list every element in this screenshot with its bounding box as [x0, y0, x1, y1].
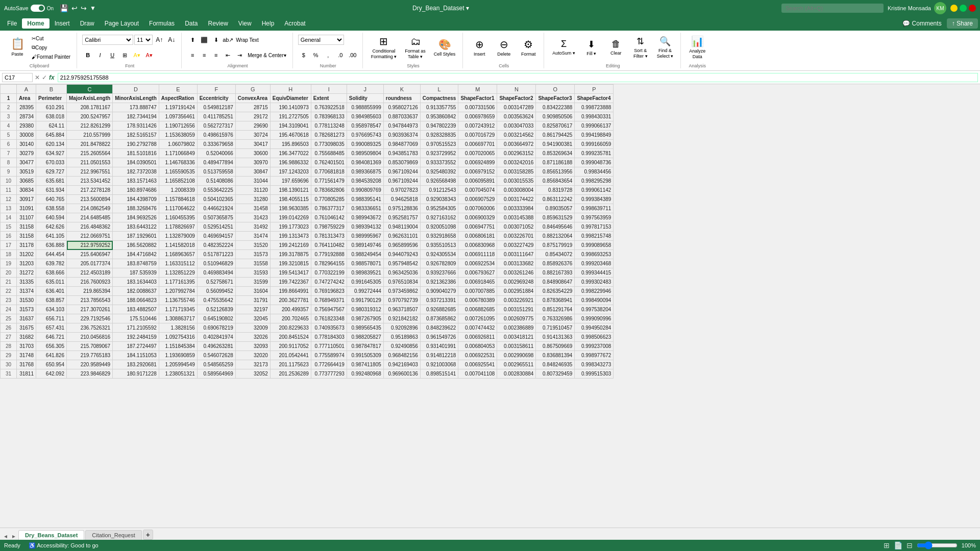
cell-F1[interactable]: Eccentricity	[197, 94, 235, 103]
sheet-tab-citation[interactable]: Citation_Request	[85, 530, 141, 540]
cell-F28[interactable]: 0.496263281	[197, 342, 235, 351]
cell-B30[interactable]: 650.954	[36, 360, 67, 369]
cell-B7[interactable]: 634.927	[36, 149, 67, 158]
cell-M13[interactable]: 0.007060006	[458, 204, 497, 213]
cell-J6[interactable]: 0.990089325	[347, 140, 383, 149]
cell-O1[interactable]: ShapeFactor3	[536, 94, 575, 103]
cell-L25[interactable]: 0.873685862	[420, 314, 458, 323]
cell-A18[interactable]: 31202	[17, 250, 36, 259]
cell-A22[interactable]: 31374	[17, 287, 36, 296]
cell-O24[interactable]: 0.851291764	[536, 305, 575, 314]
cell-F25[interactable]: 0.645190802	[197, 314, 235, 323]
cell-D30[interactable]: 183.2920681	[113, 360, 159, 369]
cell-P4[interactable]: 0.999066137	[575, 121, 614, 131]
cell-G15[interactable]: 31492	[235, 222, 270, 232]
cell-A3[interactable]: 28734	[17, 112, 36, 121]
cell-A17[interactable]: 31178	[17, 241, 36, 250]
currency-button[interactable]: $	[298, 50, 309, 60]
cell-H27[interactable]: 200.8451524	[270, 333, 311, 342]
cell-A8[interactable]: 30477	[17, 158, 36, 167]
decrease-decimal-button[interactable]: .0	[335, 50, 346, 60]
number-format-select[interactable]: General	[298, 35, 344, 45]
sort-filter-button[interactable]: ⇅ Sort &Filter ▾	[629, 33, 652, 62]
cell-D29[interactable]: 184.1151053	[113, 351, 159, 360]
cell-L15[interactable]: 0.920051098	[420, 222, 458, 232]
cell-L4[interactable]: 0.947802239	[420, 121, 458, 131]
autosave-toggle[interactable]	[31, 5, 45, 12]
cell-F13[interactable]: 0.446621924	[197, 204, 235, 213]
cell-A21[interactable]: 31335	[17, 278, 36, 287]
cell-P13[interactable]: 0.998639711	[575, 204, 614, 213]
cell-P5[interactable]: 0.994198849	[575, 131, 614, 140]
cell-H21[interactable]: 199.7422367	[270, 278, 311, 287]
cell-C24[interactable]: 217.3070261	[67, 305, 113, 314]
cell-K2[interactable]: 0.958027126	[383, 103, 420, 112]
decrease-font-button[interactable]: A↓	[166, 35, 177, 45]
cell-E30[interactable]: 1.205994549	[159, 360, 197, 369]
row-num-11[interactable]: 11	[1, 186, 17, 195]
cell-H10[interactable]: 197.659696	[270, 177, 311, 186]
row-num-20[interactable]: 20	[1, 268, 17, 278]
row-num-13[interactable]: 13	[1, 204, 17, 213]
cell-L24[interactable]: 0.926882685	[420, 305, 458, 314]
col-header-H[interactable]: H	[270, 85, 311, 94]
cell-reference-input[interactable]	[2, 73, 33, 82]
menu-share[interactable]: ↑ Share	[947, 18, 978, 29]
cell-G26[interactable]: 32009	[235, 323, 270, 333]
cell-I21[interactable]: 0.747274242	[311, 278, 347, 287]
row-num-30[interactable]: 30	[1, 360, 17, 369]
cell-E26[interactable]: 1.3828156	[159, 323, 197, 333]
cell-G28[interactable]: 32093	[235, 342, 270, 351]
conditional-formatting-button[interactable]: ⊞ ConditionalFormatting ▾	[368, 33, 400, 62]
cell-C27[interactable]: 210.0456816	[67, 333, 113, 342]
cell-D5[interactable]: 182.5165157	[113, 131, 159, 140]
row-num-18[interactable]: 18	[1, 250, 17, 259]
col-header-B[interactable]: B	[36, 85, 67, 94]
cell-M26[interactable]: 0.007474432	[458, 323, 497, 333]
cell-L6[interactable]: 0.970515523	[420, 140, 458, 149]
cell-P15[interactable]: 0.997817153	[575, 222, 614, 232]
menu-acrobat[interactable]: Acrobat	[279, 18, 310, 29]
cell-C18[interactable]: 215.6406947	[67, 250, 113, 259]
cell-A7[interactable]: 30279	[17, 149, 36, 158]
cell-A30[interactable]: 31768	[17, 360, 36, 369]
cell-A9[interactable]: 30519	[17, 167, 36, 177]
cell-I15[interactable]: 0.798759229	[311, 222, 347, 232]
cell-F12[interactable]: 0.504102365	[197, 195, 235, 204]
cell-M2[interactable]: 0.007331506	[458, 103, 497, 112]
cell-G30[interactable]: 32173	[235, 360, 270, 369]
autosum-button[interactable]: Σ AutoSum ▾	[549, 33, 578, 62]
cell-G12[interactable]: 31280	[235, 195, 270, 204]
cell-D27[interactable]: 192.2484159	[113, 333, 159, 342]
comma-button[interactable]: ,	[323, 50, 334, 60]
cell-J7[interactable]: 0.989509804	[347, 149, 383, 158]
cell-G23[interactable]: 31791	[235, 296, 270, 305]
cell-E1[interactable]: AspectRation	[159, 94, 197, 103]
cell-P21[interactable]: 0.999302483	[575, 278, 614, 287]
cell-I31[interactable]: 0.773777293	[311, 369, 347, 379]
cell-I9[interactable]: 0.770681818	[311, 167, 347, 177]
cell-M5[interactable]: 0.007016729	[458, 131, 497, 140]
cell-L21[interactable]: 0.921362386	[420, 278, 458, 287]
cell-E7[interactable]: 1.171066849	[159, 149, 197, 158]
cell-J2[interactable]: 0.988855999	[347, 103, 383, 112]
cell-D25[interactable]: 175.510446	[113, 314, 159, 323]
cell-B8[interactable]: 670.033	[36, 158, 67, 167]
row-num-15[interactable]: 15	[1, 222, 17, 232]
paste-button[interactable]: 📋 Paste	[6, 33, 29, 61]
cell-N24[interactable]: 0.003151291	[497, 305, 536, 314]
cell-I28[interactable]: 0.777110501	[311, 342, 347, 351]
cell-A6[interactable]: 30140	[17, 140, 36, 149]
cell-D15[interactable]: 183.6443122	[113, 222, 159, 232]
cell-F30[interactable]: 0.548565259	[197, 360, 235, 369]
cell-C28[interactable]: 215.7089067	[67, 342, 113, 351]
cell-H31[interactable]: 201.2536289	[270, 369, 311, 379]
cell-M6[interactable]: 0.006697701	[458, 140, 497, 149]
cell-O12[interactable]: 0.863112242	[536, 195, 575, 204]
cell-E31[interactable]: 1.238051321	[159, 369, 197, 379]
cell-J21[interactable]: 0.991645305	[347, 278, 383, 287]
menu-formulas[interactable]: Formulas	[144, 18, 180, 29]
zoom-slider[interactable]	[917, 541, 958, 549]
cell-J28[interactable]: 0.987847817	[347, 342, 383, 351]
cell-E17[interactable]: 1.141582018	[159, 241, 197, 250]
